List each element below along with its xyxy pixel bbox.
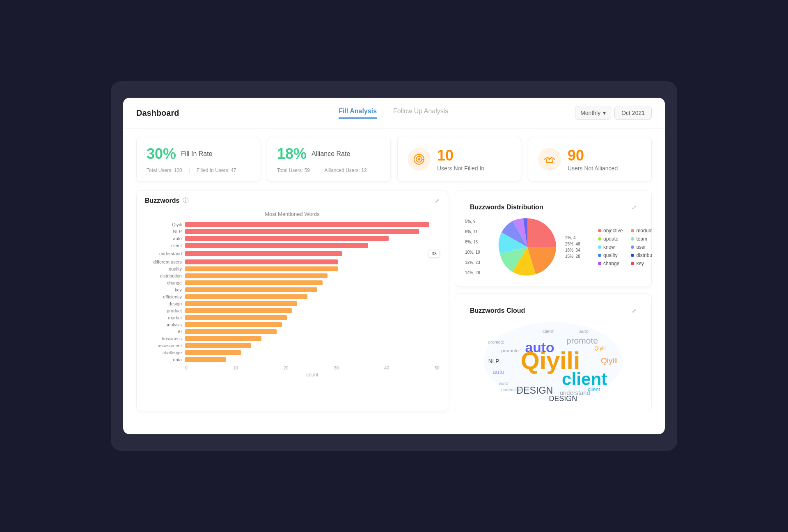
pie-svg-container bbox=[495, 214, 560, 280]
bar-fill bbox=[185, 343, 251, 348]
metrics-row: 30% Fill In Rate Total Users: 100 | Fill… bbox=[123, 128, 665, 190]
bar-fill bbox=[185, 222, 429, 227]
dot-change bbox=[598, 262, 601, 265]
pie-header: Buzzwords Distribution ⤢ bbox=[462, 197, 645, 214]
tab-follow-up[interactable]: Follow Up Analysis bbox=[393, 108, 448, 119]
bar-track bbox=[185, 343, 440, 348]
not-allianced-label: Users Not Allianced bbox=[568, 165, 641, 172]
divider: | bbox=[189, 167, 190, 173]
legend-user: user bbox=[631, 244, 652, 250]
legend-label-update: update bbox=[603, 236, 618, 242]
word-auto3: auto bbox=[499, 381, 509, 386]
bar-track bbox=[185, 322, 440, 327]
bar-fill bbox=[185, 273, 328, 278]
bar-row: AI bbox=[145, 329, 440, 334]
bar-label: auto bbox=[145, 236, 182, 241]
not-filled-label: Users Not Filled In bbox=[437, 165, 511, 172]
bar-row: product bbox=[145, 308, 440, 313]
bar-label: challenge bbox=[145, 350, 182, 355]
bar-chart-container: Most Mentioned Words QiyiliNLPautoclient… bbox=[137, 208, 448, 384]
dot-key bbox=[631, 262, 634, 265]
bar-row: NLP bbox=[145, 229, 440, 234]
bar-label: design bbox=[145, 301, 182, 306]
bar-track bbox=[185, 236, 440, 241]
pie-label-r1: 2%, 4 bbox=[565, 236, 590, 240]
word-nlp: NLP bbox=[488, 358, 499, 365]
word-client-large: client bbox=[562, 369, 607, 389]
pie-label-r4: 15%, 28 bbox=[565, 254, 590, 259]
word-auto-large: auto bbox=[525, 339, 554, 355]
bar-row: analysis bbox=[145, 322, 440, 327]
pie-title: Buzzwords Distribution bbox=[470, 204, 543, 211]
legend-label-key: key bbox=[636, 261, 644, 266]
metric-fill-rate: 30% Fill In Rate Total Users: 100 | Fill… bbox=[136, 137, 260, 182]
metric-not-allianced: 90 Users Not Allianced bbox=[528, 137, 652, 182]
word-client2: client bbox=[543, 328, 554, 334]
bar-track bbox=[185, 243, 440, 248]
pie-label-1: 5%, 9 bbox=[465, 219, 490, 224]
tab-fill-analysis[interactable]: Fill Analysis bbox=[339, 108, 377, 119]
not-filled-content: 10 Users Not Filled In bbox=[437, 147, 511, 172]
legend-quality: quality bbox=[598, 252, 623, 258]
bar-label: NLP bbox=[145, 229, 182, 234]
bar-label: Qiyili bbox=[145, 222, 182, 227]
bar-fill bbox=[185, 336, 261, 341]
bar-label: analysis bbox=[145, 322, 182, 327]
word-understand2: understand bbox=[501, 387, 523, 392]
bar-fill bbox=[185, 236, 389, 241]
bar-fill bbox=[185, 287, 317, 292]
legend-objective: objective bbox=[598, 228, 623, 234]
bar-label: client bbox=[145, 243, 182, 248]
not-filled-number: 10 bbox=[437, 147, 511, 164]
bar-label: market bbox=[145, 315, 182, 320]
pie-expand-icon[interactable]: ⤢ bbox=[632, 204, 637, 211]
bar-track bbox=[185, 301, 440, 306]
dot-team bbox=[631, 237, 634, 241]
target-icon bbox=[412, 153, 426, 166]
bar-row: data bbox=[145, 357, 440, 362]
wordcloud-expand-icon[interactable]: ⤢ bbox=[632, 307, 637, 314]
bar-tooltip: 33 bbox=[429, 250, 440, 257]
buzzwords-title: Buzzwords ⓘ bbox=[145, 197, 188, 204]
not-allianced-content: 90 Users Not Allianced bbox=[568, 147, 641, 172]
pie-labels-right: 2%, 4 25%, 48 18%, 34 15%, 28 bbox=[565, 236, 590, 259]
dot-objective bbox=[598, 229, 601, 232]
bar-row: design bbox=[145, 301, 440, 306]
page-title: Dashboard bbox=[136, 108, 179, 118]
bar-label: data bbox=[145, 357, 182, 362]
dot-quality bbox=[598, 254, 601, 257]
target-icon-container bbox=[408, 148, 431, 171]
handshake-icon bbox=[543, 153, 556, 166]
bar-track bbox=[185, 357, 440, 362]
date-display: Oct 2021 bbox=[614, 106, 652, 120]
fill-rate-label: Fill In Rate bbox=[181, 150, 212, 158]
expand-icon[interactable]: ⤢ bbox=[435, 197, 440, 204]
pie-chart-card: Buzzwords Distribution ⤢ 5%, 9 6%, 11 8%… bbox=[455, 190, 652, 287]
bar-row: assessment bbox=[145, 343, 440, 348]
period-select[interactable]: Monthly ▾ bbox=[575, 106, 611, 120]
legend-key: key bbox=[631, 261, 652, 266]
bar-label: product bbox=[145, 308, 182, 313]
wordcloud-card: Buzzwords Cloud ⤢ Qiyili client auto pro… bbox=[455, 294, 652, 411]
bar-label: different users bbox=[145, 259, 182, 264]
bar-row: different users bbox=[145, 259, 440, 264]
bar-label: key bbox=[145, 287, 182, 292]
alliance-rate-sub: Total Users: 59 | Allianced Users: 12 bbox=[277, 167, 380, 173]
word-auto2: auto bbox=[492, 369, 504, 375]
bar-row: client bbox=[145, 243, 440, 248]
bar-fill bbox=[185, 294, 307, 299]
bar-chart-title: Most Mentioned Words bbox=[145, 211, 440, 217]
bar-row: key bbox=[145, 287, 440, 292]
bar-track bbox=[185, 280, 440, 285]
bar-fill bbox=[185, 251, 342, 256]
bar-fill bbox=[185, 259, 338, 264]
word-auto4: auto bbox=[579, 328, 589, 334]
bar-fill bbox=[185, 308, 292, 313]
bar-row: market bbox=[145, 315, 440, 320]
buzzwords-chart-card: Buzzwords ⓘ ⤢ Most Mentioned Words Qiyil… bbox=[136, 190, 448, 411]
bar-chart: QiyiliNLPautoclientunderstand33different… bbox=[145, 222, 440, 362]
bar-fill bbox=[185, 266, 338, 271]
bar-label: quality bbox=[145, 266, 182, 271]
dot-module bbox=[631, 229, 634, 232]
pie-label-r3: 18%, 34 bbox=[565, 248, 590, 252]
